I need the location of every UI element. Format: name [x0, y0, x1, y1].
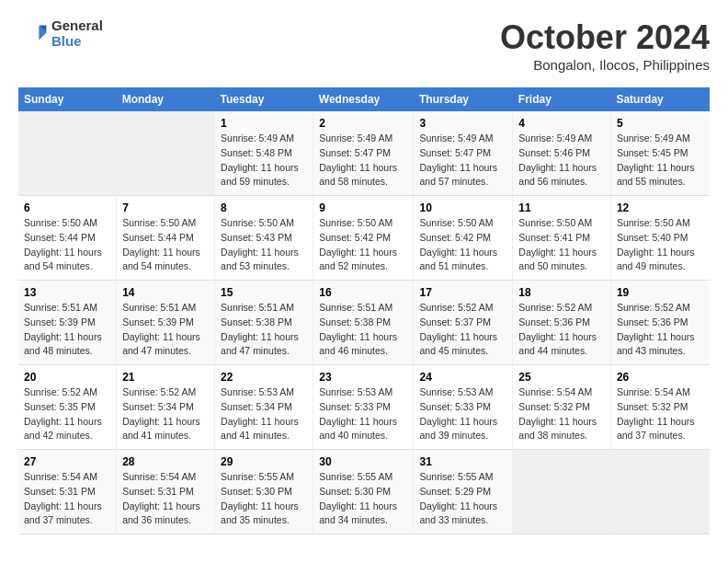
header-tuesday: Tuesday — [215, 87, 313, 111]
day-cell: 25Sunrise: 5:54 AMSunset: 5:32 PMDayligh… — [513, 365, 611, 450]
day-cell: 13Sunrise: 5:51 AMSunset: 5:39 PMDayligh… — [18, 281, 117, 365]
day-info: Sunrise: 5:51 AMSunset: 5:39 PMDaylight:… — [24, 301, 110, 359]
day-cell: 14Sunrise: 5:51 AMSunset: 5:39 PMDayligh… — [117, 281, 215, 365]
day-info: Sunrise: 5:50 AMSunset: 5:44 PMDaylight:… — [24, 216, 110, 274]
day-cell: 2Sunrise: 5:49 AMSunset: 5:47 PMDaylight… — [313, 111, 414, 196]
calendar-body: 1Sunrise: 5:49 AMSunset: 5:48 PMDaylight… — [18, 111, 710, 534]
day-cell: 31Sunrise: 5:55 AMSunset: 5:29 PMDayligh… — [414, 450, 513, 534]
location: Bongalon, Ilocos, Philippines — [500, 57, 710, 73]
day-info: Sunrise: 5:50 AMSunset: 5:44 PMDaylight:… — [122, 216, 209, 274]
day-number: 2 — [319, 117, 407, 130]
day-info: Sunrise: 5:49 AMSunset: 5:47 PMDaylight:… — [419, 132, 506, 190]
day-info: Sunrise: 5:53 AMSunset: 5:34 PMDaylight:… — [221, 385, 307, 443]
day-cell: 26Sunrise: 5:54 AMSunset: 5:32 PMDayligh… — [610, 365, 710, 450]
header-friday: Friday — [513, 87, 611, 111]
day-cell: 11Sunrise: 5:50 AMSunset: 5:41 PMDayligh… — [513, 196, 611, 281]
day-number: 27 — [24, 455, 110, 468]
day-info: Sunrise: 5:51 AMSunset: 5:38 PMDaylight:… — [319, 301, 407, 359]
day-info: Sunrise: 5:55 AMSunset: 5:29 PMDaylight:… — [419, 470, 506, 528]
day-info: Sunrise: 5:52 AMSunset: 5:36 PMDaylight:… — [617, 301, 704, 359]
calendar-table: Sunday Monday Tuesday Wednesday Thursday… — [18, 87, 710, 534]
month-title: October 2024 — [500, 18, 710, 57]
day-info: Sunrise: 5:49 AMSunset: 5:46 PMDaylight:… — [518, 132, 605, 190]
day-cell: 3Sunrise: 5:49 AMSunset: 5:47 PMDaylight… — [414, 111, 513, 196]
day-number: 25 — [518, 371, 605, 384]
header-saturday: Saturday — [610, 87, 710, 111]
day-info: Sunrise: 5:52 AMSunset: 5:35 PMDaylight:… — [24, 385, 110, 443]
day-cell: 9Sunrise: 5:50 AMSunset: 5:42 PMDaylight… — [313, 196, 414, 281]
logo-text: General Blue — [51, 18, 103, 49]
day-info: Sunrise: 5:54 AMSunset: 5:31 PMDaylight:… — [24, 470, 110, 528]
day-cell: 29Sunrise: 5:55 AMSunset: 5:30 PMDayligh… — [215, 450, 313, 534]
day-cell: 8Sunrise: 5:50 AMSunset: 5:43 PMDaylight… — [215, 196, 313, 281]
logo-icon — [18, 19, 48, 49]
day-info: Sunrise: 5:51 AMSunset: 5:39 PMDaylight:… — [122, 301, 209, 359]
day-number: 21 — [122, 371, 209, 384]
day-info: Sunrise: 5:52 AMSunset: 5:36 PMDaylight:… — [518, 301, 605, 359]
day-info: Sunrise: 5:49 AMSunset: 5:45 PMDaylight:… — [617, 132, 704, 190]
day-cell: 21Sunrise: 5:52 AMSunset: 5:34 PMDayligh… — [117, 365, 215, 450]
week-row-3: 13Sunrise: 5:51 AMSunset: 5:39 PMDayligh… — [18, 281, 710, 365]
day-cell: 19Sunrise: 5:52 AMSunset: 5:36 PMDayligh… — [610, 281, 710, 365]
day-info: Sunrise: 5:53 AMSunset: 5:33 PMDaylight:… — [419, 385, 506, 443]
day-number: 29 — [221, 455, 307, 468]
day-cell: 4Sunrise: 5:49 AMSunset: 5:46 PMDaylight… — [513, 111, 611, 196]
day-number: 3 — [419, 117, 506, 130]
day-cell: 10Sunrise: 5:50 AMSunset: 5:42 PMDayligh… — [414, 196, 513, 281]
week-row-4: 20Sunrise: 5:52 AMSunset: 5:35 PMDayligh… — [18, 365, 710, 450]
day-info: Sunrise: 5:55 AMSunset: 5:30 PMDaylight:… — [221, 470, 307, 528]
day-number: 10 — [419, 201, 506, 214]
logo: General Blue — [18, 18, 103, 49]
day-cell — [513, 450, 611, 534]
day-cell: 1Sunrise: 5:49 AMSunset: 5:48 PMDaylight… — [215, 111, 313, 196]
day-number: 12 — [617, 201, 704, 214]
header-row: Sunday Monday Tuesday Wednesday Thursday… — [18, 87, 710, 111]
day-number: 7 — [122, 201, 209, 214]
day-cell: 16Sunrise: 5:51 AMSunset: 5:38 PMDayligh… — [313, 281, 414, 365]
day-cell: 27Sunrise: 5:54 AMSunset: 5:31 PMDayligh… — [18, 450, 117, 534]
day-number: 14 — [122, 286, 209, 299]
day-info: Sunrise: 5:50 AMSunset: 5:43 PMDaylight:… — [221, 216, 307, 274]
day-cell: 28Sunrise: 5:54 AMSunset: 5:31 PMDayligh… — [117, 450, 215, 534]
title-block: October 2024 Bongalon, Ilocos, Philippin… — [500, 18, 710, 73]
day-cell: 15Sunrise: 5:51 AMSunset: 5:38 PMDayligh… — [215, 281, 313, 365]
day-number: 17 — [419, 286, 506, 299]
day-number: 30 — [319, 455, 407, 468]
day-info: Sunrise: 5:54 AMSunset: 5:32 PMDaylight:… — [518, 385, 605, 443]
day-number: 28 — [122, 455, 209, 468]
day-number: 5 — [617, 117, 704, 130]
day-info: Sunrise: 5:53 AMSunset: 5:33 PMDaylight:… — [319, 385, 407, 443]
week-row-2: 6Sunrise: 5:50 AMSunset: 5:44 PMDaylight… — [18, 196, 710, 281]
day-cell — [18, 111, 117, 196]
day-number: 15 — [221, 286, 307, 299]
day-number: 22 — [221, 371, 307, 384]
day-info: Sunrise: 5:52 AMSunset: 5:34 PMDaylight:… — [122, 385, 209, 443]
day-number: 18 — [518, 286, 605, 299]
calendar-header: Sunday Monday Tuesday Wednesday Thursday… — [18, 87, 710, 111]
day-cell: 24Sunrise: 5:53 AMSunset: 5:33 PMDayligh… — [414, 365, 513, 450]
day-info: Sunrise: 5:51 AMSunset: 5:38 PMDaylight:… — [221, 301, 307, 359]
logo-blue: Blue — [51, 34, 103, 50]
day-number: 9 — [319, 201, 407, 214]
day-cell: 18Sunrise: 5:52 AMSunset: 5:36 PMDayligh… — [513, 281, 611, 365]
day-info: Sunrise: 5:49 AMSunset: 5:47 PMDaylight:… — [319, 132, 407, 190]
page-header: General Blue October 2024 Bongalon, Iloc… — [18, 18, 710, 73]
header-thursday: Thursday — [414, 87, 513, 111]
day-cell: 17Sunrise: 5:52 AMSunset: 5:37 PMDayligh… — [414, 281, 513, 365]
day-cell — [610, 450, 710, 534]
logo-general: General — [51, 18, 103, 34]
header-wednesday: Wednesday — [313, 87, 414, 111]
day-info: Sunrise: 5:50 AMSunset: 5:41 PMDaylight:… — [518, 216, 605, 274]
day-info: Sunrise: 5:50 AMSunset: 5:42 PMDaylight:… — [319, 216, 407, 274]
day-info: Sunrise: 5:50 AMSunset: 5:42 PMDaylight:… — [419, 216, 506, 274]
day-cell: 30Sunrise: 5:55 AMSunset: 5:30 PMDayligh… — [313, 450, 414, 534]
day-cell: 6Sunrise: 5:50 AMSunset: 5:44 PMDaylight… — [18, 196, 117, 281]
week-row-5: 27Sunrise: 5:54 AMSunset: 5:31 PMDayligh… — [18, 450, 710, 534]
day-number: 16 — [319, 286, 407, 299]
day-number: 8 — [221, 201, 307, 214]
day-number: 20 — [24, 371, 110, 384]
day-cell — [117, 111, 215, 196]
day-cell: 7Sunrise: 5:50 AMSunset: 5:44 PMDaylight… — [117, 196, 215, 281]
day-info: Sunrise: 5:55 AMSunset: 5:30 PMDaylight:… — [319, 470, 407, 528]
day-info: Sunrise: 5:52 AMSunset: 5:37 PMDaylight:… — [419, 301, 506, 359]
